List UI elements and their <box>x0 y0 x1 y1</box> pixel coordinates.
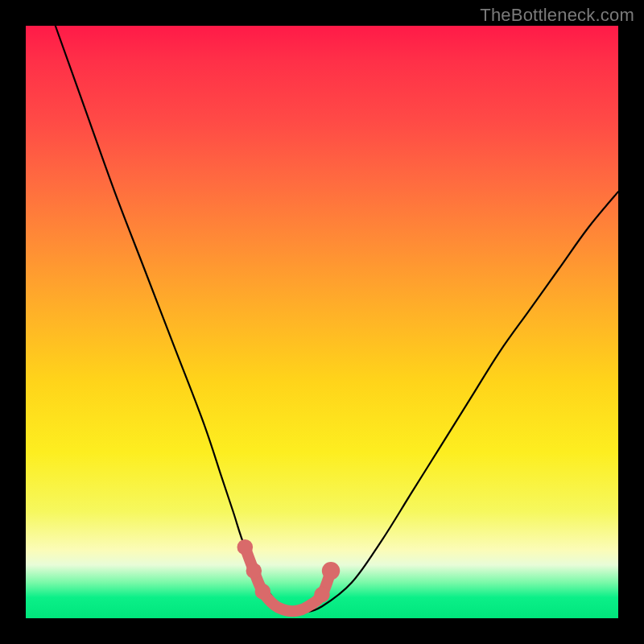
dot-left-upper <box>237 539 254 555</box>
dot-right-upper <box>322 562 340 580</box>
dot-right-low <box>314 587 330 603</box>
bottleneck-curve <box>56 26 618 613</box>
marker-dots <box>237 539 341 602</box>
chart-svg <box>26 26 618 618</box>
chart-frame: TheBottleneck.com <box>0 0 644 644</box>
optimal-zone-marker <box>245 547 331 612</box>
plot-area <box>26 26 618 618</box>
dot-left-low <box>255 584 271 600</box>
watermark-text: TheBottleneck.com <box>480 5 634 26</box>
dot-left-mid <box>246 563 262 579</box>
